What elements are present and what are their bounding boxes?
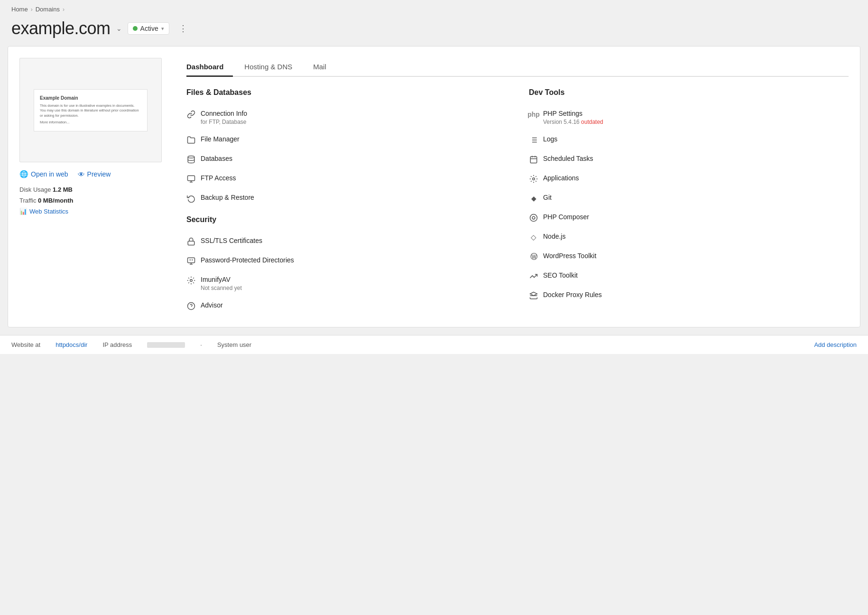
menu-item-ssl-tls[interactable]: SSL/TLS Certificates xyxy=(186,232,506,251)
breadcrumb-sep-1: › xyxy=(31,6,33,13)
svg-point-17 xyxy=(533,178,535,180)
menu-item-backup-restore[interactable]: Backup & Restore xyxy=(186,188,506,208)
php-settings-label: PHP Settings xyxy=(543,109,603,118)
breadcrumb-home[interactable]: Home xyxy=(11,6,28,13)
disk-usage-value: 1.2 MB xyxy=(53,186,73,193)
footer-bar: Website at httpdocs/dir IP address · Sys… xyxy=(0,335,868,354)
footer-website-path-link[interactable]: httpdocs/dir xyxy=(55,341,87,348)
menu-item-connection-info[interactable]: Connection Info for FTP, Database xyxy=(186,104,506,130)
tab-mail[interactable]: Mail xyxy=(313,58,336,77)
php-composer-label: PHP Composer xyxy=(543,213,589,221)
ftp-access-icon xyxy=(186,174,196,184)
menu-item-git[interactable]: ◆ Git xyxy=(529,188,849,208)
more-options-icon[interactable]: ⋮ xyxy=(175,21,192,36)
breadcrumb: Home › Domains › xyxy=(0,0,868,17)
tabs-row: Dashboard Hosting & DNS Mail xyxy=(186,58,849,77)
menu-item-php-settings[interactable]: php PHP Settings Version 5.4.16 outdated xyxy=(529,104,849,130)
scheduled-tasks-content: Scheduled Tasks xyxy=(543,154,593,163)
web-stats-link[interactable]: 📊 Web Statistics xyxy=(19,208,171,215)
menu-item-seo-toolkit[interactable]: SEO Toolkit xyxy=(529,266,849,286)
menu-item-applications[interactable]: Applications xyxy=(529,169,849,188)
open-in-web-link[interactable]: 🌐 Open in web xyxy=(19,170,68,178)
tab-hosting-dns[interactable]: Hosting & DNS xyxy=(244,58,302,77)
imunifyav-sub: Not scanned yet xyxy=(201,285,242,291)
databases-content: Databases xyxy=(201,154,232,163)
seo-toolkit-content: SEO Toolkit xyxy=(543,271,578,280)
preview-link[interactable]: 👁 Preview xyxy=(78,170,111,178)
ssl-tls-content: SSL/TLS Certificates xyxy=(201,236,262,245)
docker-proxy-content: Docker Proxy Rules xyxy=(543,290,602,299)
tab-dashboard[interactable]: Dashboard xyxy=(186,58,233,77)
connection-info-icon xyxy=(186,110,196,119)
main-card: Example Domain This domain is for use in… xyxy=(8,46,860,327)
backup-restore-icon xyxy=(186,194,196,203)
nodejs-content: Node.js xyxy=(543,232,565,241)
file-manager-content: File Manager xyxy=(201,135,240,143)
site-preview-inner: Example Domain This domain is for use in… xyxy=(34,89,148,131)
chart-icon: 📊 xyxy=(19,208,27,215)
seo-toolkit-icon xyxy=(529,271,538,281)
menu-item-scheduled-tasks[interactable]: Scheduled Tasks xyxy=(529,149,849,169)
header-row: example.com ⌄ Active ▾ ⋮ xyxy=(0,17,868,46)
logs-content: Logs xyxy=(543,135,557,143)
preview-text: This domain is for use in illustrative e… xyxy=(40,103,141,119)
menu-item-php-composer[interactable]: PHP Composer xyxy=(529,208,849,227)
scheduled-tasks-icon xyxy=(529,155,538,164)
menu-item-nodejs[interactable]: ◇ Node.js xyxy=(529,227,849,247)
nodejs-icon: ◇ xyxy=(529,233,538,242)
menu-item-databases[interactable]: Databases xyxy=(186,149,506,169)
menu-item-imunifyav[interactable]: ImunifyAV Not scanned yet xyxy=(186,270,506,296)
svg-rect-1 xyxy=(188,176,195,181)
menu-item-file-manager[interactable]: File Manager xyxy=(186,130,506,149)
menu-item-password-dirs[interactable]: Password-Protected Directories xyxy=(186,251,506,270)
status-badge[interactable]: Active ▾ xyxy=(128,22,169,35)
databases-icon xyxy=(186,155,196,164)
advisor-label: Advisor xyxy=(201,301,223,309)
footer-system-user-label: System user xyxy=(217,341,251,348)
svg-point-4 xyxy=(190,280,193,282)
ssl-tls-label: SSL/TLS Certificates xyxy=(201,236,262,245)
php-outdated-badge: outdated xyxy=(581,119,603,125)
menu-item-docker-proxy[interactable]: Docker Proxy Rules xyxy=(529,286,849,305)
footer-ip-value xyxy=(147,342,185,348)
ssl-tls-icon xyxy=(186,237,196,246)
traffic-value: 0 MB/month xyxy=(38,197,73,204)
domain-dropdown-icon[interactable]: ⌄ xyxy=(116,25,122,32)
right-column: Dev Tools php PHP Settings Version 5.4.1… xyxy=(529,88,849,316)
page-wrapper: Home › Domains › example.com ⌄ Active ▾ … xyxy=(0,0,868,615)
git-icon: ◆ xyxy=(529,194,538,203)
open-in-web-label: Open in web xyxy=(31,170,68,178)
menu-item-wordpress-toolkit[interactable]: Ⓦ WordPress Toolkit xyxy=(529,247,849,266)
eye-icon: 👁 xyxy=(78,170,85,178)
imunifyav-content: ImunifyAV Not scanned yet xyxy=(201,275,242,291)
footer-dot-sep: · xyxy=(200,341,202,348)
globe-icon: 🌐 xyxy=(19,170,28,178)
docker-proxy-icon xyxy=(529,291,538,300)
security-title: Security xyxy=(186,215,506,224)
wordpress-toolkit-label: WordPress Toolkit xyxy=(543,252,596,260)
php-composer-content: PHP Composer xyxy=(543,213,589,221)
imunifyav-icon xyxy=(186,276,196,285)
file-manager-icon xyxy=(186,135,196,145)
backup-restore-label: Backup & Restore xyxy=(201,193,254,202)
docker-proxy-label: Docker Proxy Rules xyxy=(543,290,602,299)
breadcrumb-domains[interactable]: Domains xyxy=(36,6,60,13)
svg-point-18 xyxy=(530,214,537,222)
dev-tools-title: Dev Tools xyxy=(529,88,849,97)
status-label: Active xyxy=(140,25,158,32)
menu-item-ftp-access[interactable]: FTP Access xyxy=(186,169,506,188)
databases-label: Databases xyxy=(201,154,232,163)
connection-info-sub: for FTP, Database xyxy=(201,119,247,125)
password-dirs-icon xyxy=(186,256,196,266)
git-content: Git xyxy=(543,193,552,202)
preview-title: Example Domain xyxy=(40,95,141,101)
menu-item-logs[interactable]: Logs xyxy=(529,130,849,149)
menu-item-advisor[interactable]: Advisor xyxy=(186,296,506,316)
svg-rect-2 xyxy=(188,241,194,245)
logs-icon xyxy=(529,135,538,145)
applications-label: Applications xyxy=(543,174,579,182)
php-settings-sub: Version 5.4.16 outdated xyxy=(543,119,603,125)
files-databases-title: Files & Databases xyxy=(186,88,506,97)
add-description-link[interactable]: Add description xyxy=(814,341,857,348)
traffic-label: Traffic xyxy=(19,197,36,204)
